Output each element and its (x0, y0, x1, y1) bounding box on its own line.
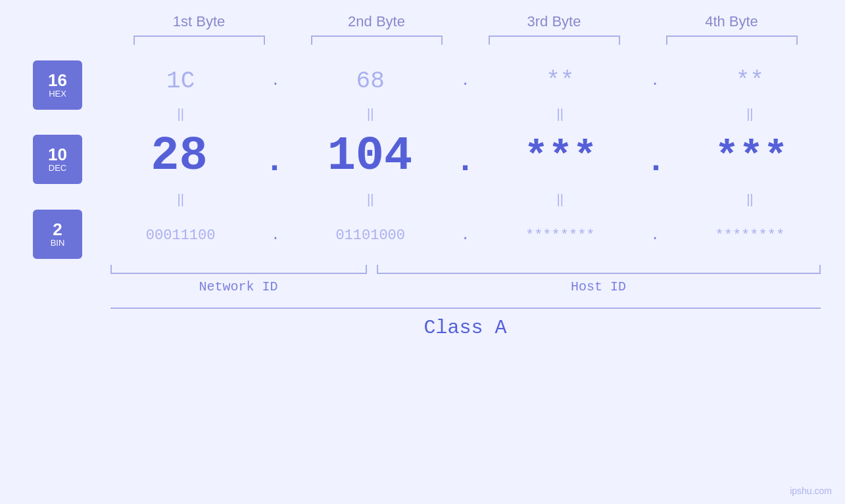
top-bracket-2 (311, 35, 443, 45)
dec-val-2: 104 (297, 129, 442, 183)
top-bracket-3 (489, 35, 620, 45)
bottom-labels: Network ID Host ID (110, 279, 821, 294)
eq-2: || (298, 106, 443, 122)
badge-dec-label: DEC (49, 163, 66, 173)
main-area: 16 HEX 10 DEC 2 BIN 1C . 68 (15, 58, 831, 262)
dec-val-4: *** (679, 133, 823, 180)
badge-dec: 10 DEC (33, 135, 82, 184)
network-id-label: Network ID (110, 279, 367, 294)
col-header-4: 4th Byte (660, 13, 804, 30)
dec-dot-1: . (264, 143, 284, 180)
eq-7: || (488, 192, 633, 207)
bin-row: 00011100 . 01101000 . ******** . *******… (101, 209, 831, 262)
top-bracket-1 (133, 35, 265, 45)
watermark: ipshu.com (790, 486, 832, 496)
dec-val-1: 28 (107, 129, 251, 183)
main-container: 1st Byte 2nd Byte 3rd Byte 4th Byte 16 H… (0, 0, 845, 504)
hex-val-3: ** (488, 68, 633, 95)
bottom-brackets (110, 265, 821, 274)
badge-hex-label: HEX (49, 89, 66, 99)
bin-val-1: 00011100 (109, 227, 253, 244)
dec-dot-2: . (455, 143, 475, 180)
content-area: 1C . 68 . ** . ** || || (101, 58, 831, 262)
bin-dot-1: . (269, 227, 282, 244)
eq-5: || (109, 192, 253, 207)
col-header-2: 2nd Byte (304, 13, 449, 30)
top-bracket-4 (666, 35, 798, 45)
equals-row-2: || || || || (101, 189, 831, 209)
bin-dot-2: . (458, 227, 471, 244)
equals-row-1: || || || || (101, 104, 831, 124)
top-brackets (110, 35, 821, 45)
column-headers: 1st Byte 2nd Byte 3rd Byte 4th Byte (110, 13, 821, 30)
badge-bin-label: BIN (51, 238, 65, 248)
bottom-section: Network ID Host ID (110, 265, 821, 294)
dec-dot-3: . (646, 143, 665, 180)
dec-val-3: *** (488, 133, 633, 180)
eq-3: || (488, 106, 633, 122)
badge-bin-num: 2 (53, 221, 62, 238)
class-label: Class A (423, 317, 506, 339)
hex-val-2: 68 (298, 68, 443, 95)
badge-hex: 16 HEX (33, 60, 82, 110)
bin-val-3: ******** (488, 227, 633, 244)
eq-1: || (109, 106, 253, 122)
badges-column: 16 HEX 10 DEC 2 BIN (15, 58, 101, 262)
dec-row: 28 . 104 . *** . *** (101, 124, 831, 189)
eq-8: || (677, 192, 822, 207)
eq-4: || (677, 106, 822, 122)
badge-bin: 2 BIN (33, 210, 82, 259)
col-header-3: 3rd Byte (482, 13, 627, 30)
col-header-1: 1st Byte (127, 13, 272, 30)
hex-val-1: 1C (109, 68, 253, 95)
class-footer: Class A (110, 308, 821, 339)
bin-dot-3: . (648, 227, 662, 244)
eq-6: || (298, 192, 443, 207)
host-id-label: Host ID (377, 279, 821, 294)
hex-row: 1C . 68 . ** . ** (101, 58, 831, 104)
hex-dot-3: . (648, 73, 662, 89)
hex-dot-1: . (269, 73, 282, 89)
hex-dot-2: . (458, 73, 471, 89)
network-id-bracket (110, 265, 367, 274)
bin-val-4: ******** (677, 227, 822, 244)
bin-val-2: 01101000 (298, 227, 443, 244)
badge-dec-num: 10 (48, 146, 67, 163)
host-id-bracket (377, 265, 821, 274)
hex-val-4: ** (677, 68, 822, 95)
badge-hex-num: 16 (48, 72, 67, 89)
